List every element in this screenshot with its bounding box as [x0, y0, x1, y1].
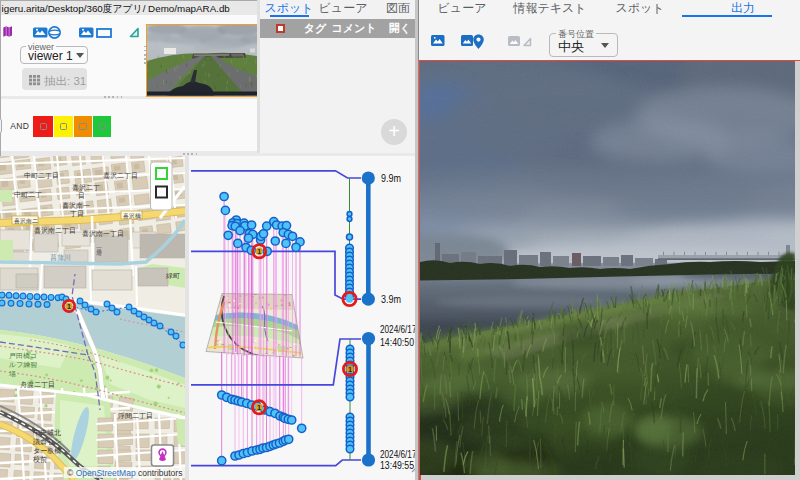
svg-text:中町二丁目: 中町二丁目: [24, 172, 59, 180]
svg-text:喜沢二丁: 喜沢二丁: [72, 184, 100, 192]
svg-text:浮間二丁目: 浮間二丁目: [118, 412, 153, 420]
svg-text:1: 1: [348, 366, 352, 373]
svg-text:ター板橋: ター板橋: [33, 447, 61, 455]
svg-text:菖蒲川: 菖蒲川: [50, 254, 71, 262]
svg-text:喜沢橋: 喜沢橋: [123, 213, 141, 220]
svg-text:喜沢南二丁目: 喜沢南二丁目: [34, 227, 76, 235]
svg-text:丁目: 丁目: [70, 210, 84, 218]
svg-text:舟渡二丁目: 舟渡二丁目: [20, 381, 55, 389]
svg-text:議倉セン: 議倉セン: [33, 438, 61, 446]
svg-text:© OpenStreetMap contributors: © OpenStreetMap contributors: [67, 468, 182, 478]
svg-text:校前: 校前: [32, 456, 47, 463]
svg-text:戸田橋ゴ: 戸田橋ゴ: [9, 352, 38, 360]
svg-text:喜沢南二: 喜沢南二: [14, 218, 38, 225]
svg-text:ルフ練習: ルフ練習: [8, 361, 37, 369]
svg-text:緑町: 緑町: [165, 272, 180, 279]
svg-text:中町二丁: 中町二丁: [14, 191, 42, 198]
svg-text:13:49:55: 13:49:55: [380, 459, 414, 471]
svg-text:喜沢南一: 喜沢南一: [62, 202, 90, 210]
svg-text:3.9m: 3.9m: [381, 293, 401, 305]
svg-text:中央城北: 中央城北: [33, 429, 61, 437]
svg-text:場: 場: [8, 370, 16, 378]
svg-text:9.9m: 9.9m: [381, 172, 401, 184]
svg-text:喜沢南一丁目: 喜沢南一丁目: [82, 230, 124, 238]
svg-text:14:40:50: 14:40:50: [380, 336, 414, 348]
svg-text:1: 1: [67, 303, 71, 310]
svg-text:1: 1: [257, 404, 261, 411]
svg-text:1: 1: [257, 248, 261, 255]
svg-text:目: 目: [78, 192, 85, 200]
svg-text:2024/6/17: 2024/6/17: [380, 323, 417, 335]
svg-text:喜沢二丁目: 喜沢二丁目: [103, 172, 138, 180]
